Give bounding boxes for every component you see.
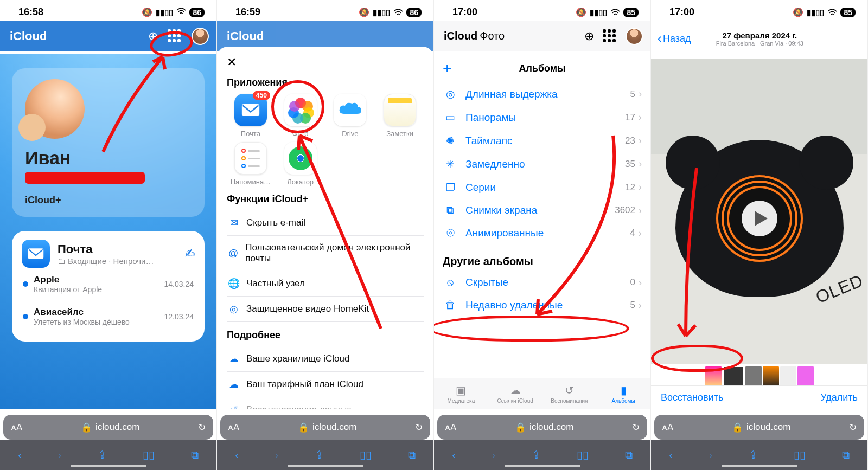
address-bar[interactable]: ᴀA🔒icloud.com↻: [437, 415, 647, 440]
tab-albums[interactable]: ▮Альбомы: [596, 378, 650, 409]
tabs-icon[interactable]: ⧉: [625, 449, 633, 461]
album-row-recently-deleted[interactable]: 🗑Недавно удаленные5›: [434, 294, 650, 317]
close-icon[interactable]: ✕: [227, 55, 424, 69]
app-grid-icon[interactable]: [603, 29, 617, 43]
app-mail[interactable]: 450Почта: [227, 94, 275, 138]
text-size-icon[interactable]: ᴀA: [228, 422, 239, 433]
share-icon[interactable]: ⇪: [315, 448, 324, 461]
burst-icon: ❐: [443, 181, 458, 194]
restore-button[interactable]: Восстановить: [661, 392, 723, 403]
mail-widget[interactable]: Почта 🗀Входящие · Непрочи… ✍︎ AppleКвита…: [12, 231, 205, 342]
bookmarks-icon[interactable]: ▯▯: [360, 448, 372, 461]
app-findmy[interactable]: Локатор: [277, 142, 324, 186]
back-button[interactable]: ‹Назад: [658, 31, 691, 46]
chevron-right-icon: ›: [639, 182, 642, 193]
battery-icon: 86: [406, 8, 422, 17]
forward-icon[interactable]: ›: [275, 449, 278, 461]
screenshot-1: 16:58 🔕 ▮▮▯▯ 86 iCloud ⊕ Иван iCloud+: [0, 0, 217, 470]
forward-icon[interactable]: ›: [492, 449, 495, 461]
battery-icon: 85: [840, 8, 856, 17]
album-row-hidden[interactable]: ⦸Скрытые0›: [434, 271, 650, 294]
bookmarks-icon[interactable]: ▯▯: [143, 448, 155, 461]
text-size-icon[interactable]: ᴀA: [445, 422, 456, 433]
folder-icon: 🗀: [58, 256, 66, 266]
address-bar[interactable]: ᴀA 🔒icloud.com ↻: [3, 415, 213, 440]
bookmarks-icon[interactable]: ▯▯: [794, 448, 806, 461]
share-icon[interactable]: ⇪: [532, 448, 541, 461]
album-row[interactable]: ✺Таймлапс23›: [434, 129, 650, 152]
profile-card[interactable]: Иван iCloud+: [12, 68, 205, 217]
album-row[interactable]: ⦾Анимированные4›: [434, 222, 650, 244]
bookmarks-icon[interactable]: ▯▯: [577, 448, 589, 461]
unread-dot-icon: [23, 281, 28, 287]
section-plus: Функции iCloud+: [227, 194, 424, 205]
app-notes[interactable]: Заметки: [376, 94, 424, 138]
row-recovery[interactable]: ↺Восстановление данных: [227, 397, 424, 409]
chevron-right-icon: ›: [639, 112, 642, 123]
album-row[interactable]: ❐Серии12›: [434, 176, 650, 199]
mail-row[interactable]: AppleКвитанция от Apple 14.03.24: [22, 268, 195, 300]
add-album-button[interactable]: +: [443, 60, 457, 77]
tabs-icon[interactable]: ⧉: [408, 449, 416, 461]
avatar[interactable]: [192, 28, 209, 45]
address-bar[interactable]: ᴀA🔒icloud.com↻: [654, 415, 864, 440]
share-icon[interactable]: ⇪: [98, 448, 107, 461]
back-icon[interactable]: ‹: [452, 449, 456, 461]
row-storage[interactable]: ☁︎Ваше хранилище iCloud: [227, 346, 424, 372]
home-indicator: [722, 465, 797, 467]
app-photos[interactable]: Фото: [277, 94, 324, 138]
address-bar[interactable]: ᴀA🔒icloud.com↻: [220, 415, 430, 440]
reload-icon[interactable]: ↻: [632, 422, 640, 433]
photo-viewer[interactable]: OLED Smₐ: [651, 59, 867, 378]
tabs-icon[interactable]: ⧉: [842, 449, 850, 461]
back-icon[interactable]: ‹: [18, 449, 22, 461]
chevron-right-icon: ›: [639, 88, 642, 100]
upload-icon[interactable]: ⊕: [584, 29, 594, 43]
lock-icon: 🔒: [732, 422, 743, 433]
row-custom-domain[interactable]: @Пользовательский домен электронной почт…: [227, 236, 424, 271]
wifi-icon: [393, 9, 403, 16]
text-size-icon[interactable]: ᴀA: [11, 422, 22, 433]
album-row[interactable]: ⧉Снимки экрана3602›: [434, 199, 650, 222]
tab-memories[interactable]: ↺Воспоминания: [542, 378, 597, 409]
forward-icon[interactable]: ›: [709, 449, 712, 461]
album-row[interactable]: ◎Длинная выдержка5›: [434, 82, 650, 106]
user-name: Иван: [25, 147, 192, 169]
screenshots-icon: ⧉: [443, 204, 458, 216]
app-reminders[interactable]: Напомина…: [227, 142, 275, 186]
row-homekit-video[interactable]: ◎Защищенное видео HomeKit: [227, 297, 424, 322]
dnd-icon: 🔕: [359, 7, 369, 17]
tabs-icon[interactable]: ⧉: [191, 449, 199, 461]
reminders-app-icon: [234, 142, 267, 175]
row-hide-email[interactable]: ✉︎Скрыть e-mail: [227, 210, 424, 236]
albums-icon: ▮: [621, 384, 627, 397]
delete-button[interactable]: Удалить: [820, 392, 858, 403]
tab-shared[interactable]: ☁︎Ссылки iCloud: [488, 378, 542, 409]
app-grid-icon[interactable]: [168, 29, 182, 43]
play-icon[interactable]: [742, 201, 777, 236]
dnd-icon: 🔕: [576, 7, 586, 17]
row-plan[interactable]: ☁︎Ваш тарифный план iCloud: [227, 372, 424, 397]
lock-icon: 🔒: [298, 422, 309, 433]
reload-icon[interactable]: ↻: [849, 422, 857, 433]
back-icon[interactable]: ‹: [235, 449, 239, 461]
back-icon[interactable]: ‹: [669, 449, 673, 461]
plan-icon: ☁︎: [228, 378, 240, 390]
dnd-icon: 🔕: [142, 7, 152, 17]
reload-icon[interactable]: ↻: [198, 422, 206, 433]
compose-icon[interactable]: ✍︎: [185, 247, 195, 261]
text-size-icon[interactable]: ᴀA: [662, 422, 673, 433]
long-exposure-icon: ◎: [443, 88, 458, 100]
create-icon[interactable]: ⊕: [148, 29, 158, 43]
album-row[interactable]: ✳︎Замедленно35›: [434, 152, 650, 176]
app-drive[interactable]: Drive: [327, 94, 374, 138]
album-row[interactable]: ▭Панорамы17›: [434, 106, 650, 129]
photo-location: Fira Barcelona - Gran Via · 09:43: [691, 40, 828, 47]
reload-icon[interactable]: ↻: [415, 422, 423, 433]
avatar[interactable]: [626, 28, 643, 45]
row-private-relay[interactable]: 🌐Частный узел: [227, 271, 424, 297]
share-icon[interactable]: ⇪: [749, 448, 758, 461]
forward-icon[interactable]: ›: [58, 449, 61, 461]
tab-library[interactable]: ▣Медиатека: [434, 378, 488, 409]
mail-row[interactable]: АвиасейлсУлететь из Москвы дёшево 12.03.…: [22, 300, 195, 333]
